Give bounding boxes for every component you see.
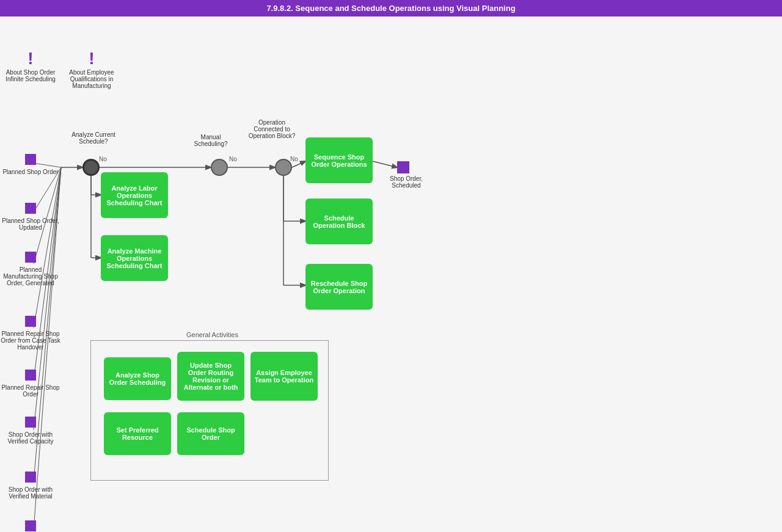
label-op-connected: Operation Connected to Operation Block? [244,119,299,139]
analyze-labor-label: Analyze Labor Operations Scheduling Char… [104,184,164,206]
artifact-square-5 [25,370,36,381]
artifact-square-2 [25,203,36,214]
artifact-planned-repair: Planned Repair Shop Order [0,370,61,398]
artifact-label-2: Planned Shop Order, Updated [0,217,61,231]
main-content: ! About Shop Order Infinite Scheduling !… [0,16,782,532]
exclamation-icon-employee: ! [64,50,119,67]
info-about-shop-order: ! About Shop Order Infinite Scheduling [3,50,58,82]
no-label-1: No [99,156,107,162]
artifact-square-8 [25,520,36,531]
analyze-machine-box[interactable]: Analyze Machine Operations Scheduling Ch… [101,235,168,281]
artifact-planned-repair-case: Planned Repair Shop Order from Case Task… [0,316,61,351]
sequence-shop-order-box[interactable]: Sequence Shop Order Operations [305,137,373,183]
analyze-shop-order-label: Analyze Shop Order Scheduling [108,371,167,386]
label-analyze-current: Analyze Current Schedule? [69,131,118,145]
artifact-label-4: Planned Repair Shop Order from Case Task… [0,330,61,351]
artifact-square-6 [25,417,36,428]
artifact-operation-block: Operation Block [0,520,61,532]
sequence-shop-order-label: Sequence Shop Order Operations [309,153,369,168]
artifact-square-1 [25,154,36,165]
info-label-shop: About Shop Order Infinite Scheduling [3,69,58,82]
artifact-label-3: Planned Manufacturing Shop Order, Genera… [0,266,61,286]
artifact-label-6: Shop Order with Verified Capacity [0,431,61,445]
circle-node-3 [275,159,292,176]
analyze-shop-order-box[interactable]: Analyze Shop Order Scheduling [104,357,171,400]
reschedule-shop-order-label: Reschedule Shop Order Operation [309,280,369,294]
analyze-labor-box[interactable]: Analyze Labor Operations Scheduling Char… [101,172,168,218]
artifact-planned-manufacturing: Planned Manufacturing Shop Order, Genera… [0,252,61,286]
artifact-square-3 [25,252,36,263]
svg-line-16 [34,167,61,328]
update-shop-order-routing-label: Update Shop Order Routing Revision or Al… [181,362,241,391]
exclamation-icon-shop: ! [3,50,58,67]
svg-line-8 [373,161,397,167]
no-label-2: No [229,156,237,162]
artifact-shop-order-material: Shop Order with Verified Material [0,472,61,500]
artifact-square-4 [25,316,36,327]
label-manual-scheduling: Manual Scheduling? [186,134,235,147]
no-label-3: No [290,156,298,162]
circle-node-1 [82,159,100,176]
artifact-square-7 [25,472,36,483]
artifact-planned-shop-order-updated: Planned Shop Order, Updated [0,203,61,231]
schedule-operation-block-box[interactable]: Schedule Operation Block [305,199,373,244]
artifact-shop-order-capacity: Shop Order with Verified Capacity [0,417,61,445]
header: 7.9.8.2. Sequence and Schedule Operation… [0,0,782,16]
set-preferred-resource-label: Set Preferred Resource [108,426,167,441]
schedule-shop-order-box[interactable]: Schedule Shop Order [177,412,244,455]
circle-node-2 [211,159,228,176]
artifact-label-7: Shop Order with Verified Material [0,486,61,500]
end-node-label: Shop Order, Scheduled [382,175,431,189]
reschedule-shop-order-box[interactable]: Reschedule Shop Order Operation [305,264,373,310]
assign-employee-team-label: Assign Employee Team to Operation [254,369,314,384]
schedule-operation-block-label: Schedule Operation Block [309,214,369,229]
info-label-employee: About Employee Qualifications in Manufac… [64,69,119,89]
analyze-machine-label: Analyze Machine Operations Scheduling Ch… [104,247,164,269]
artifact-label-5: Planned Repair Shop Order [0,384,61,398]
info-about-employee: ! About Employee Qualifications in Manuf… [64,50,119,89]
end-node-square [397,161,409,173]
artifact-planned-shop-order: Planned Shop Order [0,154,61,175]
artifact-label-1: Planned Shop Order [2,169,58,175]
general-activities-label: General Activities [186,331,238,338]
schedule-shop-order-label: Schedule Shop Order [181,426,241,441]
assign-employee-team-box[interactable]: Assign Employee Team to Operation [250,352,318,401]
set-preferred-resource-box[interactable]: Set Preferred Resource [104,412,171,455]
update-shop-order-routing-box[interactable]: Update Shop Order Routing Revision or Al… [177,352,244,401]
